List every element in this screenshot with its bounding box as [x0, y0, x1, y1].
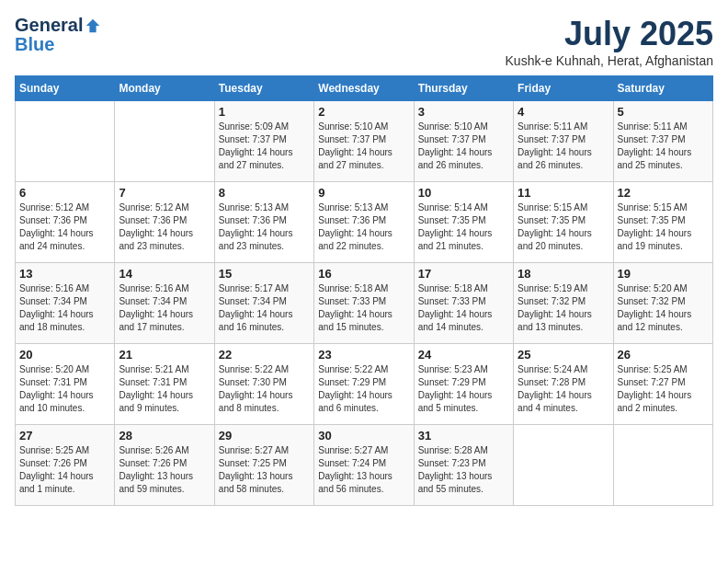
day-number: 6: [19, 186, 110, 200]
weekday-header-thursday: Thursday: [414, 76, 513, 101]
day-info: Sunrise: 5:13 AM Sunset: 7:36 PM Dayligh…: [219, 201, 310, 253]
day-info: Sunrise: 5:18 AM Sunset: 7:33 PM Dayligh…: [418, 282, 509, 334]
day-number: 27: [19, 429, 110, 442]
calendar-cell: 24Sunrise: 5:23 AM Sunset: 7:29 PM Dayli…: [414, 344, 513, 425]
week-row-4: 20Sunrise: 5:20 AM Sunset: 7:31 PM Dayli…: [16, 344, 713, 425]
day-number: 22: [219, 348, 310, 362]
day-number: 10: [418, 186, 509, 200]
weekday-header-saturday: Saturday: [613, 76, 712, 101]
day-info: Sunrise: 5:11 AM Sunset: 7:37 PM Dayligh…: [518, 121, 609, 172]
calendar-cell: 8Sunrise: 5:13 AM Sunset: 7:36 PM Daylig…: [214, 182, 313, 263]
week-row-3: 13Sunrise: 5:16 AM Sunset: 7:34 PM Dayli…: [16, 263, 713, 344]
day-info: Sunrise: 5:11 AM Sunset: 7:37 PM Dayligh…: [618, 121, 709, 172]
day-info: Sunrise: 5:23 AM Sunset: 7:29 PM Dayligh…: [418, 363, 509, 415]
calendar-cell: 15Sunrise: 5:17 AM Sunset: 7:34 PM Dayli…: [214, 263, 313, 344]
calendar-cell: 2Sunrise: 5:10 AM Sunset: 7:37 PM Daylig…: [314, 101, 414, 182]
day-info: Sunrise: 5:10 AM Sunset: 7:37 PM Dayligh…: [318, 121, 409, 172]
calendar-cell: 9Sunrise: 5:13 AM Sunset: 7:36 PM Daylig…: [314, 182, 414, 263]
calendar-cell: [514, 425, 613, 506]
day-info: Sunrise: 5:13 AM Sunset: 7:36 PM Dayligh…: [318, 201, 409, 253]
day-number: 13: [19, 267, 110, 281]
title-block: July 2025 Kushk-e Kuhnah, Herat, Afghani…: [506, 15, 713, 68]
day-number: 30: [318, 429, 409, 442]
calendar-cell: 7Sunrise: 5:12 AM Sunset: 7:36 PM Daylig…: [115, 182, 214, 263]
calendar-cell: 11Sunrise: 5:15 AM Sunset: 7:35 PM Dayli…: [514, 182, 613, 263]
day-info: Sunrise: 5:16 AM Sunset: 7:34 PM Dayligh…: [19, 282, 110, 334]
day-info: Sunrise: 5:27 AM Sunset: 7:25 PM Dayligh…: [219, 444, 310, 496]
calendar-cell: 19Sunrise: 5:20 AM Sunset: 7:32 PM Dayli…: [613, 263, 712, 344]
calendar-cell: 6Sunrise: 5:12 AM Sunset: 7:36 PM Daylig…: [16, 182, 115, 263]
location: Kushk-e Kuhnah, Herat, Afghanistan: [506, 53, 713, 68]
day-info: Sunrise: 5:19 AM Sunset: 7:32 PM Dayligh…: [518, 282, 609, 334]
week-row-2: 6Sunrise: 5:12 AM Sunset: 7:36 PM Daylig…: [16, 182, 713, 263]
weekday-header-sunday: Sunday: [16, 76, 115, 101]
calendar-cell: 17Sunrise: 5:18 AM Sunset: 7:33 PM Dayli…: [414, 263, 513, 344]
weekday-header-friday: Friday: [514, 76, 613, 101]
day-number: 11: [518, 186, 609, 200]
day-number: 26: [618, 348, 709, 362]
day-number: 31: [418, 429, 509, 442]
weekday-header-tuesday: Tuesday: [214, 76, 313, 101]
day-info: Sunrise: 5:18 AM Sunset: 7:33 PM Dayligh…: [318, 282, 409, 334]
day-number: 5: [618, 105, 709, 119]
calendar-cell: 29Sunrise: 5:27 AM Sunset: 7:25 PM Dayli…: [214, 425, 313, 506]
day-info: Sunrise: 5:24 AM Sunset: 7:28 PM Dayligh…: [518, 363, 609, 415]
day-number: 25: [518, 348, 609, 362]
calendar-cell: 1Sunrise: 5:09 AM Sunset: 7:37 PM Daylig…: [214, 101, 313, 182]
day-info: Sunrise: 5:14 AM Sunset: 7:35 PM Dayligh…: [418, 201, 509, 253]
calendar-body: 1Sunrise: 5:09 AM Sunset: 7:37 PM Daylig…: [16, 101, 713, 506]
calendar-cell: 16Sunrise: 5:18 AM Sunset: 7:33 PM Dayli…: [314, 263, 414, 344]
svg-marker-0: [86, 18, 99, 31]
calendar-cell: 4Sunrise: 5:11 AM Sunset: 7:37 PM Daylig…: [514, 101, 613, 182]
month-title: July 2025: [506, 15, 713, 53]
calendar-header: SundayMondayTuesdayWednesdayThursdayFrid…: [16, 76, 713, 101]
calendar-cell: 26Sunrise: 5:25 AM Sunset: 7:27 PM Dayli…: [613, 344, 712, 425]
day-number: 20: [19, 348, 110, 362]
calendar-cell: [613, 425, 712, 506]
calendar-cell: 30Sunrise: 5:27 AM Sunset: 7:24 PM Dayli…: [314, 425, 414, 506]
calendar-cell: 12Sunrise: 5:15 AM Sunset: 7:35 PM Dayli…: [613, 182, 712, 263]
day-number: 1: [219, 105, 310, 119]
day-number: 16: [318, 267, 409, 281]
day-info: Sunrise: 5:28 AM Sunset: 7:23 PM Dayligh…: [418, 444, 509, 496]
logo: General Blue: [15, 15, 101, 55]
calendar-cell: 28Sunrise: 5:26 AM Sunset: 7:26 PM Dayli…: [115, 425, 214, 506]
calendar-cell: [115, 101, 214, 182]
calendar-cell: 27Sunrise: 5:25 AM Sunset: 7:26 PM Dayli…: [16, 425, 115, 506]
day-number: 9: [318, 186, 409, 200]
day-info: Sunrise: 5:21 AM Sunset: 7:31 PM Dayligh…: [119, 363, 210, 415]
day-info: Sunrise: 5:25 AM Sunset: 7:26 PM Dayligh…: [19, 444, 110, 496]
calendar-cell: 21Sunrise: 5:21 AM Sunset: 7:31 PM Dayli…: [115, 344, 214, 425]
day-info: Sunrise: 5:15 AM Sunset: 7:35 PM Dayligh…: [618, 201, 709, 253]
week-row-5: 27Sunrise: 5:25 AM Sunset: 7:26 PM Dayli…: [16, 425, 713, 506]
day-info: Sunrise: 5:27 AM Sunset: 7:24 PM Dayligh…: [318, 444, 409, 496]
calendar-cell: 3Sunrise: 5:10 AM Sunset: 7:37 PM Daylig…: [414, 101, 513, 182]
calendar-cell: 18Sunrise: 5:19 AM Sunset: 7:32 PM Dayli…: [514, 263, 613, 344]
day-number: 4: [518, 105, 609, 119]
day-info: Sunrise: 5:15 AM Sunset: 7:35 PM Dayligh…: [518, 201, 609, 253]
day-number: 18: [518, 267, 609, 281]
calendar-cell: 23Sunrise: 5:22 AM Sunset: 7:29 PM Dayli…: [314, 344, 414, 425]
day-info: Sunrise: 5:10 AM Sunset: 7:37 PM Dayligh…: [418, 121, 509, 172]
calendar-cell: 22Sunrise: 5:22 AM Sunset: 7:30 PM Dayli…: [214, 344, 313, 425]
day-info: Sunrise: 5:17 AM Sunset: 7:34 PM Dayligh…: [219, 282, 310, 334]
week-row-1: 1Sunrise: 5:09 AM Sunset: 7:37 PM Daylig…: [16, 101, 713, 182]
day-number: 12: [618, 186, 709, 200]
day-info: Sunrise: 5:20 AM Sunset: 7:32 PM Dayligh…: [618, 282, 709, 334]
day-info: Sunrise: 5:16 AM Sunset: 7:34 PM Dayligh…: [119, 282, 210, 334]
weekday-header-monday: Monday: [115, 76, 214, 101]
weekday-row: SundayMondayTuesdayWednesdayThursdayFrid…: [16, 76, 713, 101]
day-number: 15: [219, 267, 310, 281]
day-number: 7: [119, 186, 210, 200]
calendar-cell: [16, 101, 115, 182]
calendar-cell: 14Sunrise: 5:16 AM Sunset: 7:34 PM Dayli…: [115, 263, 214, 344]
day-number: 3: [418, 105, 509, 119]
day-info: Sunrise: 5:09 AM Sunset: 7:37 PM Dayligh…: [219, 121, 310, 172]
day-number: 29: [219, 429, 310, 442]
calendar-cell: 25Sunrise: 5:24 AM Sunset: 7:28 PM Dayli…: [514, 344, 613, 425]
logo-icon: [85, 17, 101, 34]
day-info: Sunrise: 5:20 AM Sunset: 7:31 PM Dayligh…: [19, 363, 110, 415]
logo-general-text: General: [15, 15, 83, 36]
day-info: Sunrise: 5:26 AM Sunset: 7:26 PM Dayligh…: [119, 444, 210, 496]
day-number: 24: [418, 348, 509, 362]
